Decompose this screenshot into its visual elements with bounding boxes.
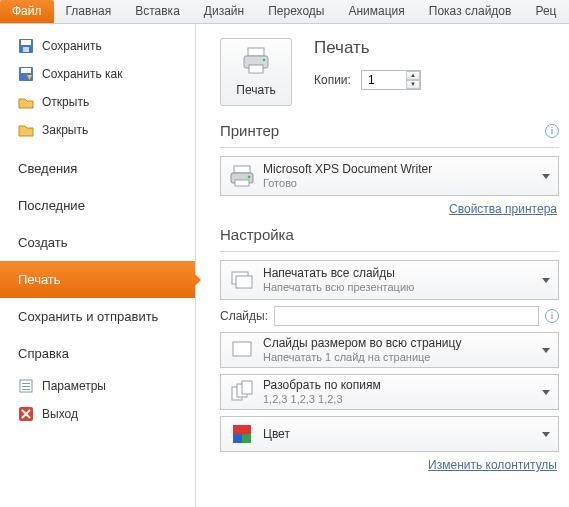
- svg-rect-26: [242, 434, 251, 443]
- backstage-help[interactable]: Справка: [0, 335, 195, 372]
- print-what-sub: Напечатать всю презентацию: [263, 280, 414, 294]
- color-title: Цвет: [263, 427, 290, 441]
- color-dropdown[interactable]: Цвет: [220, 416, 559, 452]
- svg-point-13: [263, 59, 266, 62]
- print-what-dropdown[interactable]: Напечатать все слайды Напечатать всю пре…: [220, 260, 559, 300]
- chevron-down-icon: [542, 278, 550, 283]
- backstage-open-label: Открыть: [42, 95, 89, 109]
- ribbon-tabs: Файл Главная Вставка Дизайн Переходы Ани…: [0, 0, 569, 24]
- tab-review[interactable]: Рец: [523, 0, 568, 23]
- print-section-title: Печать: [314, 38, 421, 58]
- layout-dropdown[interactable]: Слайды размером во всю страницу Напечата…: [220, 332, 559, 368]
- backstage-close-label: Закрыть: [42, 123, 88, 137]
- svg-point-16: [248, 176, 251, 179]
- printer-device-icon: [229, 163, 255, 189]
- exit-icon: [18, 406, 34, 422]
- backstage-open[interactable]: Открыть: [0, 88, 195, 116]
- tab-insert[interactable]: Вставка: [123, 0, 192, 23]
- backstage-exit-label: Выход: [42, 407, 78, 421]
- collate-title: Разобрать по копиям: [263, 378, 381, 392]
- tab-home[interactable]: Главная: [54, 0, 124, 23]
- tab-design[interactable]: Дизайн: [192, 0, 256, 23]
- save-as-icon: [18, 66, 34, 82]
- backstage-save-as-label: Сохранить как: [42, 67, 122, 81]
- printer-name: Microsoft XPS Document Writer: [263, 162, 432, 176]
- copies-up-icon[interactable]: ▲: [406, 71, 420, 80]
- layout-icon: [229, 337, 255, 363]
- backstage-info[interactable]: Сведения: [0, 150, 195, 187]
- folder-open-icon: [18, 94, 34, 110]
- print-button[interactable]: Печать: [220, 38, 292, 106]
- svg-rect-10: [248, 48, 264, 56]
- options-icon: [18, 378, 34, 394]
- svg-rect-14: [234, 166, 250, 173]
- collate-sub: 1,2,3 1,2,3 1,2,3: [263, 392, 381, 406]
- svg-rect-2: [23, 47, 29, 52]
- print-button-label: Печать: [227, 83, 285, 97]
- backstage-menu: Сохранить Сохранить как Открыть Закрыть …: [0, 24, 196, 507]
- collate-dropdown[interactable]: Разобрать по копиям 1,2,3 1,2,3 1,2,3: [220, 374, 559, 410]
- backstage-save[interactable]: Сохранить: [0, 32, 195, 60]
- color-icon: [229, 421, 255, 447]
- copies-label: Копии:: [314, 73, 351, 87]
- layout-sub: Напечатать 1 слайд на странице: [263, 350, 461, 364]
- tab-transitions[interactable]: Переходы: [256, 0, 336, 23]
- printer-heading: Принтер: [220, 122, 279, 139]
- chevron-down-icon: [542, 174, 550, 179]
- copies-down-icon[interactable]: ▼: [406, 80, 420, 89]
- print-pane: Печать Печать Копии: ▲ ▼ Принтер: [196, 24, 569, 507]
- slides-all-icon: [229, 267, 255, 293]
- svg-rect-6: [22, 383, 30, 384]
- settings-heading: Настройка: [220, 226, 294, 243]
- chevron-down-icon: [542, 348, 550, 353]
- svg-rect-7: [22, 386, 30, 387]
- printer-dropdown[interactable]: Microsoft XPS Document Writer Готово: [220, 156, 559, 196]
- backstage-print[interactable]: Печать: [0, 261, 195, 298]
- svg-rect-19: [236, 276, 252, 288]
- printer-status: Готово: [263, 176, 432, 190]
- svg-rect-24: [233, 425, 251, 434]
- svg-rect-23: [242, 381, 252, 394]
- svg-rect-12: [249, 65, 263, 73]
- backstage-recent[interactable]: Последние: [0, 187, 195, 224]
- edit-header-footer-link[interactable]: Изменить колонтитулы: [428, 458, 557, 472]
- tab-animations[interactable]: Анимация: [336, 0, 416, 23]
- tab-slideshow[interactable]: Показ слайдов: [417, 0, 524, 23]
- backstage-save-as[interactable]: Сохранить как: [0, 60, 195, 88]
- svg-rect-17: [235, 180, 249, 186]
- slides-info-icon[interactable]: i: [545, 309, 559, 323]
- tab-file[interactable]: Файл: [0, 0, 54, 23]
- svg-rect-8: [22, 389, 30, 390]
- svg-rect-25: [233, 434, 242, 443]
- printer-icon: [227, 47, 285, 75]
- backstage-exit[interactable]: Выход: [0, 400, 195, 428]
- slides-input[interactable]: [274, 306, 539, 326]
- chevron-down-icon: [542, 432, 550, 437]
- print-what-title: Напечатать все слайды: [263, 266, 414, 280]
- backstage-close[interactable]: Закрыть: [0, 116, 195, 144]
- backstage-save-label: Сохранить: [42, 39, 102, 53]
- folder-close-icon: [18, 122, 34, 138]
- backstage-share[interactable]: Сохранить и отправить: [0, 298, 195, 335]
- copies-spinner[interactable]: ▲ ▼: [361, 70, 421, 90]
- chevron-down-icon: [542, 390, 550, 395]
- printer-info-icon[interactable]: i: [545, 124, 559, 138]
- backstage-options-label: Параметры: [42, 379, 106, 393]
- printer-properties-link[interactable]: Свойства принтера: [449, 202, 557, 216]
- backstage-new[interactable]: Создать: [0, 224, 195, 261]
- svg-rect-1: [21, 40, 31, 45]
- svg-rect-4: [21, 68, 31, 73]
- svg-rect-20: [233, 342, 251, 356]
- save-icon: [18, 38, 34, 54]
- layout-title: Слайды размером во всю страницу: [263, 336, 461, 350]
- backstage-options[interactable]: Параметры: [0, 372, 195, 400]
- collate-icon: [229, 379, 255, 405]
- slides-label: Слайды:: [220, 309, 268, 323]
